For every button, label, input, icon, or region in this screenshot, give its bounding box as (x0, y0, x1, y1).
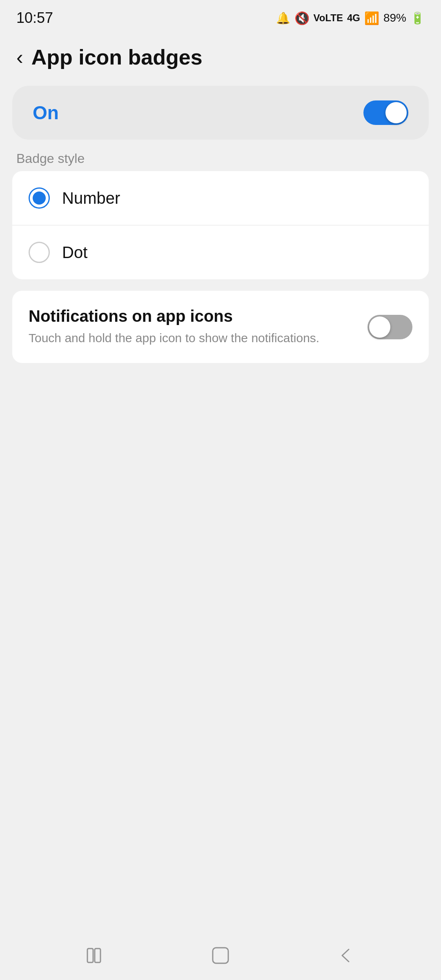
content-area: On Badge style Number Dot Notifications … (0, 78, 441, 931)
notifications-toggle-switch[interactable] (368, 315, 412, 339)
main-toggle-card: On (12, 86, 429, 140)
svg-rect-0 (87, 949, 93, 962)
battery-icon: 🔋 (410, 11, 425, 25)
nav-back-button[interactable] (335, 944, 357, 967)
status-icons: 🔔 🔇 VoLTE 4G 📶 89% 🔋 (276, 11, 425, 25)
badge-style-label: Badge style (12, 151, 429, 166)
nav-home-button[interactable] (209, 944, 232, 967)
svg-rect-1 (95, 949, 100, 962)
navigation-bar (0, 931, 441, 980)
radio-option-number[interactable]: Number (12, 171, 429, 225)
notifications-card: Notifications on app icons Touch and hol… (12, 291, 429, 363)
network-4g-icon: 4G (347, 12, 360, 24)
notifications-toggle-knob (369, 316, 390, 338)
badge-style-section: Badge style (12, 151, 429, 160)
toggle-knob (385, 102, 407, 123)
notifications-subtitle: Touch and hold the app icon to show the … (29, 330, 359, 347)
radio-circle-dot (29, 242, 50, 263)
radio-label-dot: Dot (62, 243, 87, 262)
battery-text: 89% (383, 11, 406, 24)
nav-recents-button[interactable] (84, 944, 106, 967)
svg-rect-2 (213, 948, 228, 963)
mute-icon: 🔇 (294, 11, 310, 25)
radio-circle-number (29, 187, 50, 209)
signal-icon: 📶 (364, 11, 379, 25)
badge-style-card: Number Dot (12, 171, 429, 279)
alarm-icon: 🔔 (276, 11, 290, 25)
header: ‹ App icon badges (0, 33, 441, 78)
page-title: App icon badges (31, 45, 203, 69)
status-bar: 10:57 🔔 🔇 VoLTE 4G 📶 89% 🔋 (0, 0, 441, 33)
radio-option-dot[interactable]: Dot (12, 225, 429, 279)
volte-icon: VoLTE (314, 12, 343, 24)
main-toggle-switch[interactable] (363, 100, 408, 125)
radio-label-number: Number (62, 189, 120, 207)
back-button[interactable]: ‹ (16, 47, 23, 67)
notifications-text-block: Notifications on app icons Touch and hol… (29, 307, 359, 347)
status-time: 10:57 (16, 9, 53, 27)
notifications-title: Notifications on app icons (29, 307, 359, 325)
main-toggle-label: On (33, 102, 59, 124)
